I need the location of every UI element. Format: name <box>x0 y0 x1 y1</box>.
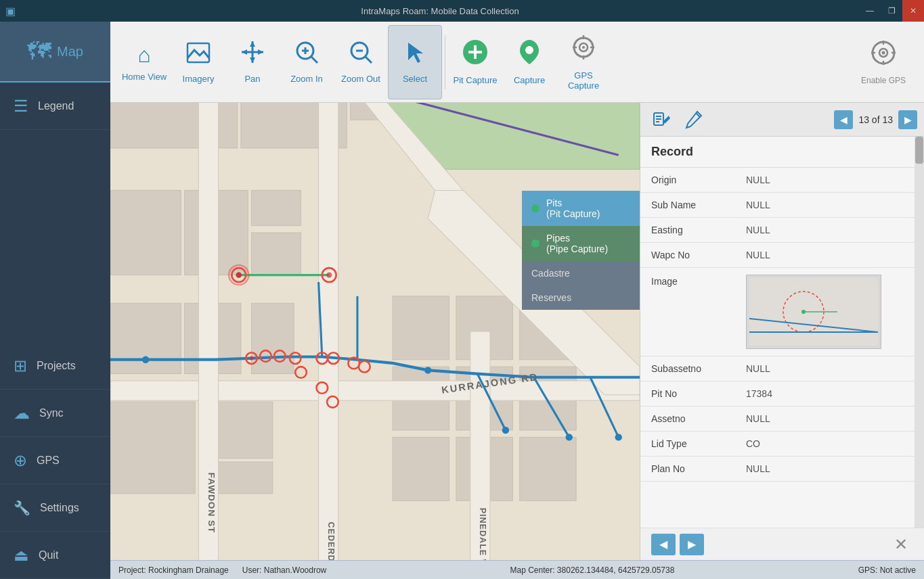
svg-point-96 <box>615 434 622 440</box>
gps-capture-button[interactable]: GPS Capture <box>556 25 611 99</box>
table-row-pitno: Pit No 17384 <box>640 381 924 407</box>
table-row-lidtype: Lid Type CO <box>640 432 924 457</box>
zoom-in-button[interactable]: Zoom In <box>280 25 334 99</box>
rp-pencil-button[interactable] <box>680 107 707 133</box>
table-row-image: Image <box>640 268 924 356</box>
pit-capture-label: Pit Capture <box>453 75 497 85</box>
sidebar-item-gps[interactable]: ⊕ GPS <box>0 437 110 484</box>
rp-nav: ◀ 13 of 13 ▶ <box>834 110 917 129</box>
status-project: Project: Rockingham Drainage <box>118 565 229 575</box>
close-button[interactable]: ✕ <box>902 0 924 22</box>
table-row-easting: Easting NULL <box>640 218 924 243</box>
svg-text:CEDERDALE WAY: CEDERDALE WAY <box>326 522 336 560</box>
content-area: ⌂ Home View Imagery <box>110 22 924 579</box>
svg-point-77 <box>249 356 253 360</box>
dropdown-pits[interactable]: Pits(Pit Capture) <box>522 191 640 226</box>
rp-bottom-next-button[interactable]: ▶ <box>680 534 704 555</box>
field-label-origin: Origin <box>640 168 735 193</box>
svg-marker-102 <box>686 112 701 128</box>
titlebar: ▣ IntraMaps Roam: Mobile Data Collection… <box>0 0 924 22</box>
svg-rect-57 <box>110 381 640 400</box>
rp-edit-button[interactable] <box>647 107 674 133</box>
pan-icon <box>240 40 265 70</box>
sidebar-item-projects[interactable]: ⊞ Projects <box>0 342 110 390</box>
dropdown-pipes-label: Pipes(Pipe Capture) <box>546 233 608 254</box>
app-title: IntraMaps Roam: Mobile Data Collection <box>21 6 859 16</box>
statusbar: Project: Rockingham Drainage User: Natha… <box>110 560 924 579</box>
sidebar-quit-label: Quit <box>39 549 58 561</box>
svg-rect-40 <box>252 190 301 225</box>
status-gps: GPS: Not active <box>858 565 916 575</box>
dropdown-reserves[interactable]: Reserves <box>522 285 640 310</box>
svg-marker-4 <box>250 57 255 63</box>
sidebar-legend-label: Legend <box>38 100 74 112</box>
map-icon: 🗺 <box>27 37 51 66</box>
legend-icon: ☰ <box>14 97 28 116</box>
sidebar-sync-label: Sync <box>39 407 64 419</box>
svg-point-18 <box>525 46 533 54</box>
pits-dot <box>531 204 540 212</box>
imagery-icon <box>186 41 211 70</box>
sidebar-projects-label: Projects <box>37 360 76 372</box>
zoom-in-label: Zoom In <box>290 74 323 84</box>
pit-capture-icon <box>462 39 489 71</box>
field-value-lidtype: CO <box>735 432 924 457</box>
scrollbar-thumb[interactable] <box>915 137 923 164</box>
sidebar-settings-label: Settings <box>40 502 79 514</box>
imagery-label: Imagery <box>183 74 215 84</box>
sidebar-gps-label: GPS <box>37 455 60 467</box>
imagery-button[interactable]: Imagery <box>171 25 225 99</box>
dropdown-cadastre[interactable]: Cadastre <box>522 261 640 285</box>
capture-button[interactable]: Capture <box>502 25 556 99</box>
sidebar-item-legend[interactable]: ☰ Legend <box>0 83 110 130</box>
svg-point-93 <box>424 367 431 373</box>
field-value-wapc: NULL <box>735 243 924 268</box>
sidebar-item-settings[interactable]: 🔧 Settings <box>0 484 110 532</box>
field-label-easting: Easting <box>640 218 735 243</box>
svg-point-95 <box>566 434 573 440</box>
rp-close-button[interactable]: ✕ <box>889 534 913 555</box>
table-row-wapc: Wapc No NULL <box>640 243 924 268</box>
field-value-origin: NULL <box>735 168 924 193</box>
table-row-origin: Origin NULL <box>640 168 924 193</box>
zoom-out-button[interactable]: Zoom Out <box>334 25 388 99</box>
rp-prev-button[interactable]: ◀ <box>834 110 853 129</box>
enable-gps-button[interactable]: Enable GPS <box>850 25 917 99</box>
record-table: Origin NULL Sub Name NULL Easting NULL <box>640 168 924 482</box>
sidebar-item-map[interactable]: 🗺 Map <box>0 22 110 83</box>
svg-rect-45 <box>110 402 195 494</box>
record-panel[interactable]: Record Origin NULL Sub Name NULL <box>640 137 924 528</box>
select-button[interactable]: Select <box>388 25 442 99</box>
rp-bottom-nav-controls: ◀ ▶ <box>651 534 704 555</box>
enable-gps-label: Enable GPS <box>861 76 906 85</box>
svg-rect-54 <box>393 437 449 501</box>
sidebar-item-quit[interactable]: ⏏ Quit <box>0 532 110 579</box>
select-label: Select <box>403 74 427 84</box>
map-area[interactable]: KURRAJONG RD FAWDON ST CEDERDALE WAY PIN… <box>110 103 640 560</box>
rp-next-button[interactable]: ▶ <box>898 110 917 129</box>
restore-button[interactable]: ❐ <box>881 0 902 22</box>
pit-capture-button[interactable]: Pit Capture <box>448 25 502 99</box>
minimize-button[interactable]: — <box>859 0 881 22</box>
pan-button[interactable]: Pan <box>225 25 280 99</box>
rp-bottom-prev-button[interactable]: ◀ <box>651 534 676 555</box>
table-row-assetno: Assetno NULL <box>640 407 924 432</box>
svg-rect-41 <box>252 233 301 275</box>
home-view-button[interactable]: ⌂ Home View <box>117 25 171 99</box>
field-value-assetno: NULL <box>735 407 924 432</box>
right-panel: ◀ 13 of 13 ▶ Record Origi <box>640 103 924 560</box>
svg-rect-44 <box>252 303 294 373</box>
enable-gps-icon <box>870 39 897 72</box>
svg-marker-6 <box>258 49 263 55</box>
sidebar-item-sync[interactable]: ☁ Sync <box>0 390 110 437</box>
home-view-label: Home View <box>122 72 167 82</box>
svg-marker-5 <box>242 49 247 55</box>
capture-icon <box>517 39 542 71</box>
field-label-lidtype: Lid Type <box>640 432 735 457</box>
field-value-subasset: NULL <box>735 356 924 381</box>
map-panel-row: KURRAJONG RD FAWDON ST CEDERDALE WAY PIN… <box>110 103 924 560</box>
dropdown-pipes[interactable]: Pipes(Pipe Capture) <box>522 226 640 261</box>
field-value-planno: NULL <box>735 457 924 482</box>
scrollbar-track[interactable] <box>915 137 924 528</box>
svg-rect-56 <box>520 437 576 501</box>
